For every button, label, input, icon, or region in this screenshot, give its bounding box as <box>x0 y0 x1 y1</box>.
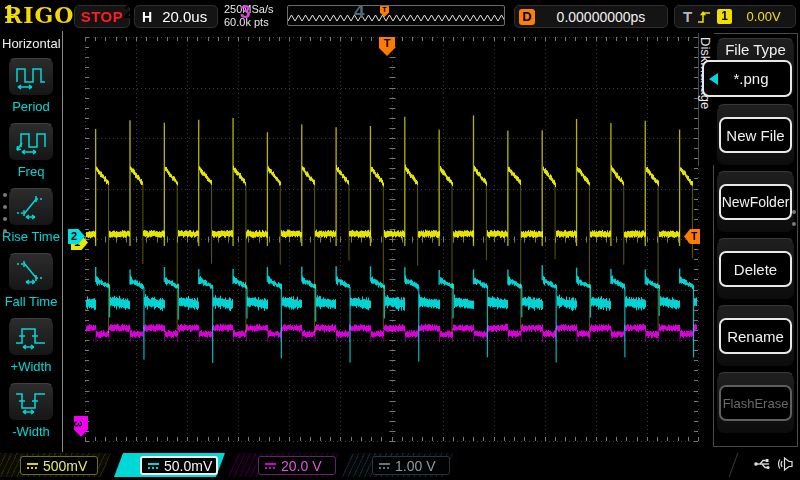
beeper-icon <box>777 456 794 472</box>
left-menu-title: Horizontal <box>2 36 62 51</box>
rename-button[interactable]: Rename <box>719 318 792 354</box>
fall-time-icon <box>15 258 47 286</box>
ch2-scale-value: 50.0mV <box>164 458 212 474</box>
waveform-overview-bar[interactable]: T <box>287 5 505 26</box>
timebase-value: 20.0us <box>162 8 207 25</box>
status-icons <box>753 456 794 472</box>
memory-depth: 60.0k pts <box>224 16 288 29</box>
right-page-dot <box>792 222 796 226</box>
sample-rate: 250MSa/s <box>224 3 288 16</box>
new-file-button[interactable]: New File <box>719 117 792 153</box>
overview-squiggle <box>288 6 504 25</box>
file-type-title: File Type <box>716 41 795 58</box>
measure-item-fall-time-label: Fall Time <box>0 294 62 309</box>
run-state-indicator[interactable]: STOP <box>74 5 130 28</box>
horizontal-timebase-box[interactable]: H 20.0us <box>134 5 218 28</box>
delay-icon: D <box>519 9 535 25</box>
h-label: H <box>142 9 152 25</box>
dc-coupling-icon <box>265 463 276 469</box>
plus-width-icon <box>15 323 47 351</box>
measure-item-plus-width-label: +Width <box>0 359 62 374</box>
left-page-dot <box>3 205 7 209</box>
ch1-scale-box: 500mV <box>20 456 98 475</box>
left-page-dot <box>3 217 7 221</box>
trigger-source-badge: 1 <box>717 9 732 24</box>
measure-item-freq[interactable] <box>8 123 54 161</box>
left-page-dot <box>3 229 7 233</box>
measure-item-period[interactable] <box>8 58 54 96</box>
ch4-number: 4 <box>354 1 365 23</box>
measure-item-rise-time-label: Rise Time <box>0 229 62 244</box>
ch3-number: 3 <box>240 1 251 23</box>
measure-item-period-label: Period <box>0 99 62 114</box>
ch1-scale-value: 500mV <box>43 458 87 474</box>
rising-edge-icon <box>697 9 711 25</box>
minus-width-icon <box>15 388 47 416</box>
dc-coupling-icon <box>148 463 159 469</box>
prev-option-arrow-icon <box>709 73 718 85</box>
ch2-number: 2 <box>124 1 135 23</box>
measure-item-minus-width-label: -Width <box>0 424 62 439</box>
usb-icon <box>753 456 772 472</box>
file-type-value: *.png <box>718 70 784 87</box>
trigger-label: T <box>683 8 692 25</box>
trigger-level-value: 0.00V <box>732 9 795 24</box>
trigger-status-box[interactable]: T 1 0.00V <box>674 5 796 28</box>
waveform-display <box>0 0 800 480</box>
dc-coupling-icon <box>379 463 390 469</box>
oscilloscope-screen: RIGOL STOP H 20.0us 250MSa/s 60.0k pts T… <box>0 0 800 480</box>
right-menu-tab[interactable]: DiskManage <box>698 33 714 165</box>
period-icon <box>15 63 47 91</box>
delete-button[interactable]: Delete <box>719 251 792 287</box>
new-folder-button[interactable]: NewFolder <box>719 184 792 220</box>
freq-icon <box>15 128 47 156</box>
sidebar-divider <box>62 31 63 452</box>
ch3-scale-value: 20.0 V <box>281 458 321 474</box>
measure-item-fall-time[interactable] <box>8 253 54 291</box>
measure-item-freq-label: Freq <box>0 164 62 179</box>
left-page-dot <box>3 193 7 197</box>
dc-coupling-icon <box>27 463 38 469</box>
acquisition-info: 250MSa/s 60.0k pts <box>224 3 288 29</box>
measure-item-rise-time[interactable] <box>8 188 54 226</box>
measure-item-plus-width[interactable] <box>8 318 54 356</box>
delay-value: 0.00000000ps <box>535 9 667 25</box>
file-type-value-box[interactable]: *.png <box>702 60 792 97</box>
ch1-number: 1 <box>4 1 15 23</box>
ch4-scale-value: 1.00 V <box>395 458 435 474</box>
ch3-scale-box: 20.0 V <box>258 456 336 475</box>
right-page-dot <box>792 210 796 214</box>
delay-box[interactable]: D 0.00000000ps <box>514 5 668 28</box>
ch2-scale-box: 50.0mV <box>140 456 218 475</box>
measure-item-minus-width[interactable] <box>8 383 54 421</box>
ch4-scale-box: 1.00 V <box>372 456 450 475</box>
flash-erase-button: FlashErase <box>719 385 792 421</box>
rise-time-icon <box>15 193 47 221</box>
